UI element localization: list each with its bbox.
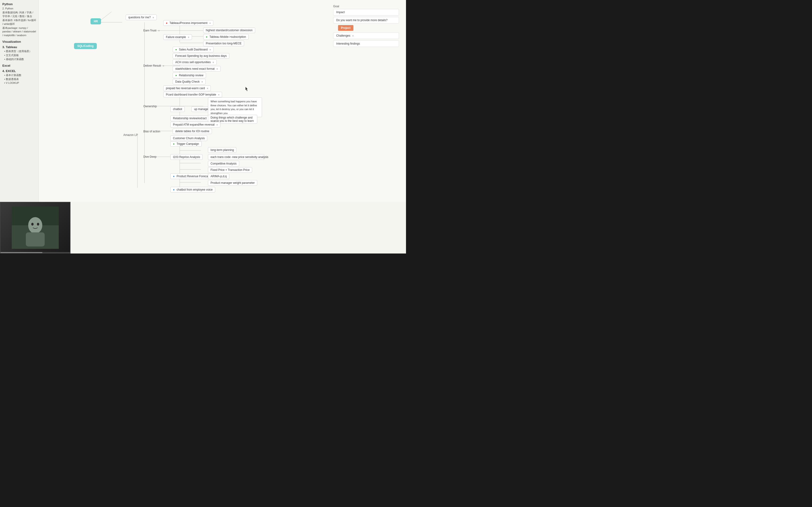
lines-icon-6: ≡ <box>210 48 211 51</box>
svg-point-43 <box>37 223 39 226</box>
lines-icon-8: ≡ <box>217 68 218 70</box>
lines-icon-4: ≡ <box>188 36 189 39</box>
excel-numbered: 4. EXCEL <box>2 69 36 73</box>
mindmap-area: HR SQL/Coding questions for me? ≡ Earn T… <box>39 0 406 202</box>
green-dot-icon-4 <box>173 142 176 146</box>
video-overlay <box>0 202 70 253</box>
quote1-node: When something bad happens you have thre… <box>208 97 262 117</box>
presentation-node[interactable]: Presentation too long-MECE <box>203 41 244 46</box>
lines-icon-7: ≡ <box>213 61 214 64</box>
amazon-lp-label: Amazon LP <box>123 133 138 136</box>
sales-audit-node[interactable]: Sales Audit Dashboard ≡ <box>173 47 214 52</box>
blue-dot-icon <box>173 175 176 178</box>
cursor-indicator <box>246 87 248 91</box>
bias-action-label: Bias of action <box>143 130 160 133</box>
do-you-want-item[interactable]: Do you want me to provide more details? <box>333 17 399 23</box>
deliver-result-label: Deliver Result ≡ <box>143 64 164 67</box>
challenges-item[interactable]: Challenges ≡ <box>333 33 399 39</box>
each-trans-node[interactable]: each trans code -new price sensitivity a… <box>208 154 264 160</box>
video-placeholder <box>0 202 70 253</box>
person-silhouette <box>12 207 59 249</box>
ach-node[interactable]: ACH cross sell opportunities ≡ <box>173 59 217 65</box>
main-area: Python 2. Python 基本数据结构: 列表 / 字典 / 字符串 /… <box>0 0 406 253</box>
excel-item-2: • 数据透视表 <box>2 77 36 81</box>
pcard-node[interactable]: Pcard dashboard transfer-SOP template ≡ <box>163 92 222 97</box>
lines-icon: ≡ <box>153 16 154 19</box>
stakeholders-node[interactable]: staekholders need exact format ≡ <box>173 66 221 72</box>
tableau-item-2: • 交互式面板 <box>2 54 36 57</box>
long-term-node[interactable]: long-term planning <box>208 147 236 153</box>
sql-coding-node[interactable]: SQL/Coding <box>74 43 97 49</box>
earn-trust-label: Earn Trust ≡ <box>143 29 160 32</box>
interesting-item[interactable]: Interesting findings <box>333 40 399 47</box>
questions-node[interactable]: questions for me? ≡ <box>126 14 157 20</box>
tableau-item-3: • 基础的计算函数 <box>2 58 36 61</box>
chatbot-employee-node[interactable]: chatbot from employee voice <box>170 187 215 192</box>
competitive-node[interactable]: Competitive Analysis <box>208 161 239 166</box>
hr-node[interactable]: HR <box>91 18 101 24</box>
excel-title: Excel <box>2 64 36 67</box>
right-panel: Goal Impact Do you want me to provide mo… <box>333 5 399 48</box>
dive-deep-label: Dive Deep <box>143 155 156 158</box>
chatbot-node[interactable]: chatbot <box>170 106 185 112</box>
lines-icon-11: ≡ <box>218 94 219 96</box>
python-title: Python <box>2 2 36 6</box>
tableau-process-node[interactable]: Tableau/Process improvement ≡ <box>163 20 213 26</box>
blue-dot-icon-2 <box>173 188 176 191</box>
lines-icon-13: ≡ <box>352 35 354 37</box>
python-item-4: 基本package: numpy / pandas / sklearn / st… <box>2 26 36 37</box>
red-dot-icon <box>166 21 169 25</box>
viz-title: Visualization <box>2 40 36 44</box>
video-progress-bar <box>0 252 70 253</box>
impact-item[interactable]: Impact <box>333 9 399 15</box>
svg-rect-41 <box>26 232 45 246</box>
trigger-campaign-node[interactable]: Trigger Campaign <box>170 141 202 147</box>
ownership-label: Ownership <box>143 105 157 108</box>
goal-label: Goal <box>333 5 399 8</box>
tableau-mobile-node[interactable]: Tableau Mobile->subscription <box>203 34 249 40</box>
excel-item-1: • 基本计算函数 <box>2 73 36 77</box>
prepaid-atm-node[interactable]: Prepaid ATM expand/fee reversal ≡ <box>170 122 220 127</box>
rel-extract-node[interactable]: Relationship review/extract <box>170 115 209 121</box>
lines-icon-3: ≡ <box>209 22 211 24</box>
video-progress-fill <box>0 252 42 253</box>
forecast-node[interactable]: Forecast Spending by avg business days <box>173 53 229 59</box>
prepaid-fee-node[interactable]: prepaid fee reversal-warm card ≡ <box>163 86 211 91</box>
data-quality-node[interactable]: Data Quality Check ≡ <box>173 79 206 84</box>
lines-icon-12: ≡ <box>217 123 218 126</box>
svg-point-42 <box>31 223 34 226</box>
delete-tables-node[interactable]: delete tables for IOI routine <box>173 128 212 134</box>
lines-icon-5: ≡ <box>163 64 164 67</box>
lines-icon-2: ≡ <box>158 30 160 32</box>
excel-item-3: • V LOOKUP <box>2 81 36 84</box>
fixed-price-node[interactable]: Fixed Price + Transaction Price <box>208 167 252 173</box>
arima-node[interactable]: ARIMA-p,d,q <box>208 173 229 179</box>
failure-example-node[interactable]: Failure example ≡ <box>163 34 192 40</box>
highest-standard-node[interactable]: highest standard/customer obsession <box>203 27 255 33</box>
python-item-1: 2. Python <box>2 7 36 10</box>
project-node[interactable]: Project <box>338 25 354 31</box>
relationship-review-node[interactable]: Relationship review <box>173 72 206 78</box>
lines-icon-9: ≡ <box>202 80 203 83</box>
customer-churn-node[interactable]: Customer Churn Analysis <box>170 135 207 141</box>
green-dot-icon-3 <box>175 74 178 77</box>
tableau-item-1: • 图表类型（使用场景） <box>2 50 36 53</box>
python-item-2: 基本数据结构: 列表 / 字典 / 字符串 / 元组 / 数组 / 集合 <box>2 11 36 18</box>
svg-point-40 <box>28 217 42 233</box>
product-manager-node[interactable]: Product manager weight parameter <box>208 180 257 186</box>
lines-icon-10: ≡ <box>207 87 208 90</box>
tableau-title: 3. Tableau <box>2 45 36 49</box>
reprice-node[interactable]: I2/I3 Reprice Analysis <box>170 154 203 160</box>
green-dot-icon-2 <box>175 48 178 51</box>
python-item-3: 基本操作: if条件选择 / for循环 / while循环 <box>2 18 36 26</box>
green-dot-icon <box>206 35 209 39</box>
